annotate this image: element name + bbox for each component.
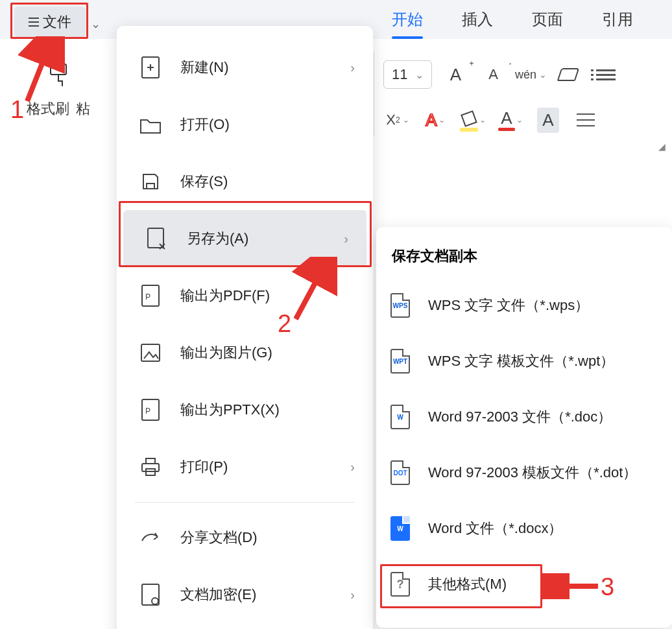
chevron-down-icon: ⌄: [403, 115, 409, 125]
sub-item-dot[interactable]: DOT Word 97-2003 模板文件（*.dot）: [384, 445, 664, 501]
menu-item-label: 保存(S): [180, 172, 228, 191]
decrease-font-button[interactable]: A-: [479, 60, 507, 89]
menu-item-label: 新建(N): [180, 58, 229, 77]
svg-rect-12: [142, 584, 159, 605]
highlight-button[interactable]: ⌄: [459, 106, 487, 134]
save-as-icon: [145, 227, 169, 250]
superscript-button[interactable]: X2 ⌄: [383, 106, 412, 134]
sub-item-label: Word 97-2003 文件（*.doc）: [428, 407, 612, 427]
list-icon: [596, 67, 616, 83]
font-color-button[interactable]: A ⌄: [496, 106, 525, 134]
file-menu-label: 文件: [43, 12, 71, 32]
chevron-right-icon: ›: [350, 587, 355, 602]
menu-item-label: 输出为PDF(F): [180, 286, 270, 305]
chevron-right-icon: ›: [344, 231, 348, 246]
sub-item-wps[interactable]: WPS WPS 文字 文件（*.wps）: [384, 278, 664, 333]
a-box-icon: A: [537, 108, 558, 133]
ribbon-row-bottom: X2 ⌄ A ⌄ ⌄ A ⌄ A: [383, 101, 666, 139]
menu-item-print[interactable]: 打印(P) ›: [117, 438, 373, 495]
format-brush-icon[interactable]: [44, 62, 73, 90]
sub-item-docx[interactable]: W Word 文件（*.docx）: [384, 501, 664, 556]
highlighter-icon: [460, 111, 478, 129]
chevron-down-icon: ⌄: [415, 69, 424, 81]
wpt-file-icon: WPT: [390, 349, 410, 374]
file-menu-button[interactable]: 文件: [14, 6, 86, 38]
font-size-select[interactable]: 11 ⌄: [383, 60, 432, 89]
folder-icon: [139, 115, 162, 134]
menu-item-label: 另存为(A): [187, 229, 248, 248]
menu-item-share[interactable]: 分享文档(D): [117, 509, 373, 566]
chevron-right-icon: ›: [350, 60, 355, 75]
lines-icon: [577, 113, 595, 126]
menu-item-open[interactable]: 打开(O): [117, 96, 373, 153]
dialog-launcher-icon[interactable]: ◢: [658, 141, 666, 152]
menu-item-label: 文档加密(E): [180, 585, 256, 604]
menu-item-export-pdf[interactable]: P 输出为PDF(F): [117, 267, 373, 324]
save-as-submenu: 保存文档副本 WPS WPS 文字 文件（*.wps） WPT WPS 文字 模…: [376, 227, 672, 628]
text-outline-button[interactable]: A ⌄: [421, 106, 450, 134]
svg-rect-2: [147, 184, 154, 189]
clear-format-button[interactable]: [554, 60, 582, 89]
doc-file-icon: W: [390, 405, 410, 429]
wps-file-icon: WPS: [390, 293, 410, 318]
chevron-down-icon: ⌄: [516, 115, 523, 125]
menu-item-save[interactable]: 保存(S): [117, 153, 373, 210]
menu-item-label: 输出为图片(G): [180, 343, 272, 362]
encrypt-icon: [139, 583, 162, 606]
menu-item-export-pptx[interactable]: P 输出为PPTX(X): [117, 381, 373, 438]
annotation-number-3: 3: [601, 573, 614, 601]
svg-text:P: P: [145, 407, 150, 416]
share-icon: [139, 529, 162, 546]
sub-item-label: Word 文件（*.docx）: [428, 519, 562, 538]
menu-item-encrypt[interactable]: 文档加密(E) ›: [117, 566, 373, 623]
menu-item-label: 输出为PPTX(X): [180, 400, 280, 420]
chevron-down-icon: ⌄: [479, 115, 486, 125]
a-outline-icon: A: [426, 112, 437, 128]
list-button[interactable]: [592, 60, 620, 89]
annotation-number-1: 1: [10, 96, 24, 124]
tab-cite[interactable]: 引用: [582, 3, 653, 36]
format-brush-label: 格式刷: [27, 99, 69, 119]
menu-item-save-as[interactable]: 另存为(A) ›: [123, 210, 366, 267]
sub-item-label: WPS 文字 模板文件（*.wpt）: [428, 351, 614, 371]
svg-point-13: [152, 598, 158, 604]
svg-rect-0: [51, 64, 66, 75]
a-color-icon: A: [498, 110, 515, 131]
tab-page[interactable]: 页面: [512, 3, 582, 36]
pptx-icon: P: [139, 398, 162, 421]
sub-item-doc[interactable]: W Word 97-2003 文件（*.doc）: [384, 389, 664, 445]
eraser-icon: [557, 68, 579, 81]
chevron-right-icon: ›: [350, 460, 355, 475]
new-file-icon: [139, 56, 162, 79]
sub-item-other[interactable]: ? 其他格式(M): [384, 556, 664, 612]
save-icon: [139, 172, 162, 191]
tab-insert[interactable]: 插入: [442, 3, 512, 36]
menu-item-new[interactable]: 新建(N) ›: [117, 39, 373, 96]
menu-item-export-image[interactable]: 输出为图片(G): [117, 324, 373, 381]
submenu-title: 保存文档副本: [384, 243, 664, 278]
file-menu: 新建(N) › 打开(O) 保存(S) 另存为(A) › P 输出为PDF(F)…: [117, 26, 373, 629]
other-file-icon: ?: [390, 572, 410, 597]
annotation-number-2: 2: [278, 310, 291, 338]
tab-start[interactable]: 开始: [372, 3, 442, 36]
increase-font-button[interactable]: A+: [441, 60, 470, 89]
text-effect-button[interactable]: A: [534, 106, 562, 134]
sub-item-label: 其他格式(M): [428, 575, 507, 594]
menu-item-label: 打印(P): [180, 457, 228, 477]
phonetic-guide-button[interactable]: wén ⌄: [516, 60, 545, 89]
pdf-icon: P: [139, 284, 162, 307]
docx-file-icon: W: [390, 516, 410, 541]
ribbon-row-top: 11 ⌄ A+ A- wén ⌄: [383, 55, 666, 94]
sub-item-label: WPS 文字 文件（*.wps）: [428, 296, 589, 315]
ribbon-divider: [374, 52, 374, 136]
svg-rect-9: [142, 464, 159, 471]
ribbon-font-group: 11 ⌄ A+ A- wén ⌄ X2 ⌄ A ⌄: [374, 39, 672, 149]
chevron-down-icon: ⌄: [539, 69, 547, 80]
paste-label-prefix: 粘: [76, 99, 90, 119]
paragraph-lines-button[interactable]: [571, 106, 600, 134]
image-icon: [139, 343, 162, 362]
dot-file-icon: DOT: [390, 460, 410, 485]
font-size-value: 11: [392, 66, 407, 83]
sub-item-wpt[interactable]: WPT WPS 文字 模板文件（*.wpt）: [384, 333, 664, 389]
chevron-down-icon[interactable]: ⌄: [91, 17, 101, 31]
